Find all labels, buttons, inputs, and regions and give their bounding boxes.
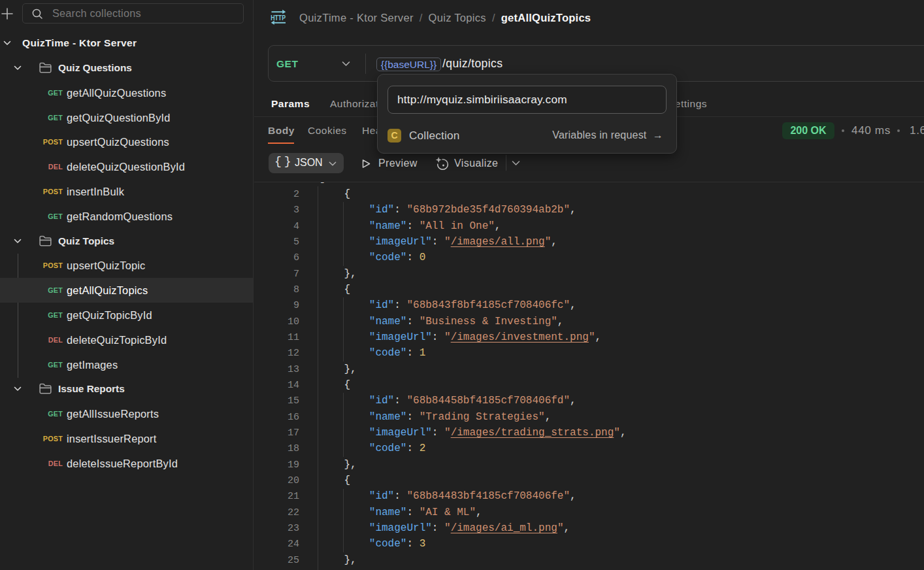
svg-text:HTTP: HTTP [271, 14, 286, 22]
